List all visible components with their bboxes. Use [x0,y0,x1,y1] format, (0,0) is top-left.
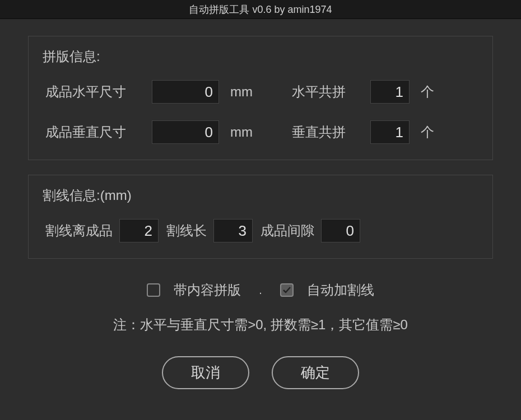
input-crop-length[interactable] [213,219,253,242]
check-icon [282,286,291,295]
label-vertical-count: 垂直共拼 [292,123,359,141]
checkbox-with-content[interactable] [147,283,160,297]
note-text: 注：水平与垂直尺寸需>0, 拼数需≥1，其它值需≥0 [28,316,493,334]
input-horizontal-size[interactable] [152,80,219,104]
input-horizontal-count[interactable] [370,80,410,104]
panel-title-crop: 割线信息:(mm) [43,186,476,204]
label-product-gap: 成品间隙 [260,222,314,240]
row-crop-settings: 割线离成品 割线长 成品间隙 [45,219,476,242]
unit-horizontal-size: mm [230,84,264,100]
ok-button[interactable]: 确定 [272,356,359,389]
separator-dot: . [259,284,262,297]
label-horizontal-count: 水平共拼 [292,83,359,101]
unit-horizontal-count: 个 [421,83,434,101]
panel-imposition-info: 拼版信息: 成品水平尺寸 mm 水平共拼 个 成品垂直尺寸 mm 垂直共拼 个 [28,36,493,160]
panel-crop-info: 割线信息:(mm) 割线离成品 割线长 成品间隙 [28,175,493,259]
cancel-button[interactable]: 取消 [162,356,249,389]
row-vertical: 成品垂直尺寸 mm 垂直共拼 个 [45,120,476,144]
label-vertical-size: 成品垂直尺寸 [45,123,146,141]
panel-title-imposition: 拼版信息: [43,48,476,66]
dialog-content: 拼版信息: 成品水平尺寸 mm 水平共拼 个 成品垂直尺寸 mm 垂直共拼 个 … [0,19,521,389]
row-options: 带内容拼版 . 自动加割线 [28,281,493,299]
input-crop-offset[interactable] [119,219,159,242]
input-product-gap[interactable] [321,219,360,242]
row-buttons: 取消 确定 [28,356,493,389]
unit-vertical-count: 个 [421,123,434,141]
input-vertical-count[interactable] [370,120,410,144]
row-horizontal: 成品水平尺寸 mm 水平共拼 个 [45,80,476,104]
label-horizontal-size: 成品水平尺寸 [45,83,146,101]
unit-vertical-size: mm [230,124,264,140]
label-auto-crop: 自动加割线 [307,281,374,299]
window-titlebar: 自动拼版工具 v0.6 by amin1974 [0,0,521,19]
label-crop-length: 割线长 [166,222,207,240]
label-with-content: 带内容拼版 [174,281,241,299]
input-vertical-size[interactable] [152,120,219,144]
label-crop-offset: 割线离成品 [45,222,113,240]
checkbox-auto-crop[interactable] [280,283,294,297]
window-title: 自动拼版工具 v0.6 by amin1974 [189,3,332,16]
